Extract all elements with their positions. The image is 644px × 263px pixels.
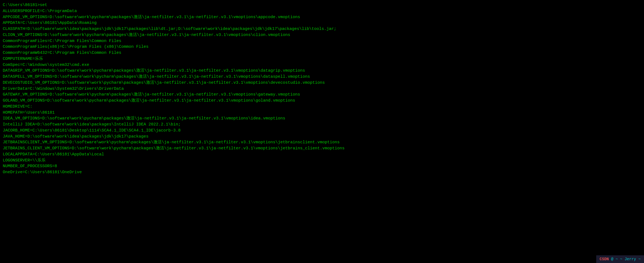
terminal-line: IDEA_VM_OPTIONS=D:\software\work\pycharm… [3, 116, 641, 122]
terminal-line: DriverData=C:\Windows\System32\Drivers\D… [3, 86, 641, 92]
terminal-line: JETBRAINS_CLIENT_VM_OPTIONS=D:\software\… [3, 146, 641, 152]
terminal-line: APPCODE_VM_OPTIONS=D:\software\work\pych… [3, 14, 641, 20]
terminal-line: OneDrive=C:\Users\86181\OneDrive [3, 169, 641, 175]
status-sep2: ~ [620, 256, 622, 262]
terminal-line: JAVA_HOME=D:\software\work\idea\packages… [3, 134, 641, 140]
status-tilde1: ~ [615, 256, 618, 262]
terminal-line: ComSpec=C:\Windows\system32\cmd.exe [3, 62, 641, 68]
terminal-line: JETBRAINSCLIENT_VM_OPTIONS=D:\software\w… [3, 139, 641, 146]
terminal-line: JACORB_HOME=C:\Users\86181\Desktop\1114\… [3, 128, 641, 134]
terminal-line: ALLUSERSPROFILE=C:\ProgramData [3, 8, 641, 14]
terminal-output: ALLUSERSPROFILE=C:\ProgramDataAPPCODE_VM… [3, 8, 641, 175]
status-at: @ [611, 256, 613, 262]
terminal-line: HOMEDRIVE=C: [3, 104, 641, 110]
status-bar: CSDN @ ~ ~ Jerry ~ [596, 255, 644, 263]
terminal-line: GOLAND_VM_OPTIONS=D:\software\work\pycha… [3, 98, 641, 104]
terminal-line: DEVECOSTUDIO_VM_OPTIONS=D:\software\work… [3, 80, 641, 86]
terminal-line: CLION_VM_OPTIONS=D:\software\work\pychar… [3, 32, 641, 38]
status-user: Jerry ~ [625, 256, 641, 262]
terminal-line: COMPUTERNAME=乐乐 [3, 56, 641, 62]
terminal-line: DATAGRIP_VM_OPTIONS=D:\software\work\pyc… [3, 68, 641, 74]
terminal-line: CommonProgramFiles=C:\Program Files\Comm… [3, 38, 641, 44]
terminal-line: APPDATA=C:\Users\86181\AppData\Roaming [3, 20, 641, 26]
terminal-line: CommonProgramFiles(x86)=C:\Program Files… [3, 44, 641, 50]
terminal-line: CLASSPATH=D:\software\work\idea\packages… [3, 26, 641, 32]
terminal-window: C:\Users\86181>set ALLUSERSPROFILE=C:\Pr… [0, 0, 644, 263]
terminal-line: CommonProgramW6432=C:\Program Files\Comm… [3, 50, 641, 56]
terminal-line: NUMBER_OF_PROCESSORS=8 [3, 163, 641, 169]
terminal-line: LOCALAPPDATA=C:\Users\86181\AppData\Loca… [3, 152, 641, 158]
terminal-line: IntelliJ IDEA=D:\software\work\idea\pack… [3, 122, 641, 128]
terminal-line: HOMEPATH=\Users\86181 [3, 110, 641, 116]
terminal-line: LOGONSERVER=\\乐乐 [3, 158, 641, 164]
status-brand: CSDN [600, 256, 609, 262]
terminal-line: GATEWAY_VM_OPTIONS=D:\software\work\pych… [3, 92, 641, 98]
prompt-line: C:\Users\86181>set [3, 2, 641, 8]
terminal-line: DATASPELL_VM_OPTIONS=D:\software\work\py… [3, 74, 641, 80]
